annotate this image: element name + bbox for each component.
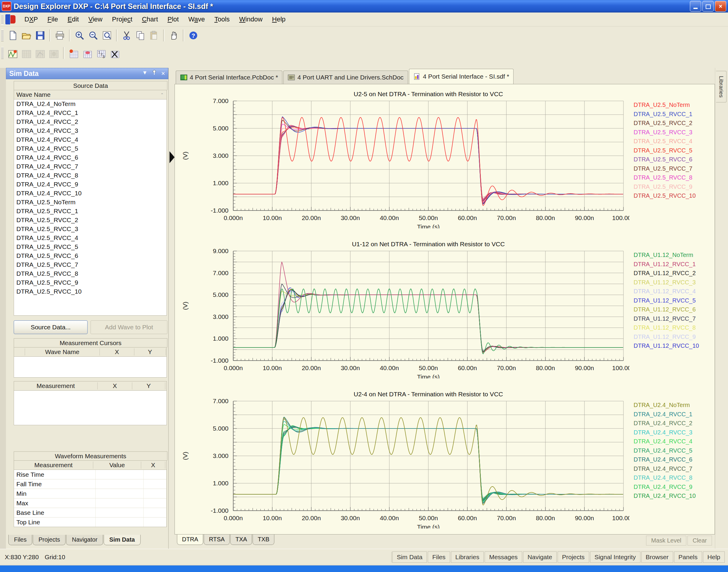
legend-item[interactable]: DTRA_U2.5_RVCC_8: [634, 173, 712, 182]
wave-list-item[interactable]: DTRA_U2.5_NoTerm: [14, 198, 167, 207]
column-header-x[interactable]: X: [141, 461, 165, 469]
wave-list-item[interactable]: DTRA_U2.4_RVCC_9: [14, 180, 167, 189]
copy-icon[interactable]: [133, 28, 147, 42]
menu-window[interactable]: Window: [235, 14, 267, 25]
measurement-row[interactable]: Top Line: [14, 517, 167, 527]
legend-item[interactable]: DTRA_U2.4_RVCC_2: [634, 419, 712, 428]
legend-item[interactable]: DTRA_U1.12_RVCC_6: [634, 305, 712, 314]
status-button-signal-integrity[interactable]: Signal Integrity: [590, 552, 641, 563]
legend-item[interactable]: DTRA_U2.5_RVCC_3: [634, 128, 712, 137]
legend-item[interactable]: DTRA_U2.5_RVCC_10: [634, 191, 712, 200]
legend-item[interactable]: DTRA_U1.12_RVCC_1: [634, 260, 712, 269]
legend-item[interactable]: DTRA_U2.4_NoTerm: [634, 401, 712, 410]
wave-list-item[interactable]: DTRA_U2.4_RVCC_4: [14, 135, 167, 144]
new-chart-icon[interactable]: [67, 47, 80, 61]
wave-list-item[interactable]: DTRA_U2.5_RVCC_6: [14, 251, 167, 260]
menu-dxp[interactable]: DXP: [20, 14, 43, 25]
chart-disabled-3-icon[interactable]: [47, 47, 61, 61]
wave-list-item[interactable]: DTRA_U2.5_RVCC_8: [14, 269, 167, 278]
wave-list-item[interactable]: DTRA_U2.4_RVCC_6: [14, 153, 167, 162]
menu-project[interactable]: Project: [107, 14, 137, 25]
measurement-row[interactable]: Max: [14, 498, 167, 508]
panel-tab-navigator[interactable]: Navigator: [66, 535, 103, 545]
column-header-x[interactable]: X: [100, 348, 134, 356]
wave-list-item[interactable]: DTRA_U2.4_RVCC_2: [14, 117, 167, 126]
legend-item[interactable]: DTRA_U2.5_RVCC_6: [634, 155, 712, 164]
panel-tab-projects[interactable]: Projects: [33, 535, 66, 545]
legend-item[interactable]: DTRA_U2.4_RVCC_6: [634, 455, 712, 464]
measurement-row[interactable]: Rise Time: [14, 470, 167, 479]
document-tab[interactable]: 4 Port Serial Interface.PcbDoc *: [176, 71, 282, 84]
panel-header[interactable]: Sim Data ▼ ×: [6, 68, 168, 79]
wave-list-item[interactable]: DTRA_U2.5_RVCC_7: [14, 260, 167, 269]
column-header-value[interactable]: Value: [93, 461, 141, 469]
status-button-panels[interactable]: Panels: [674, 552, 702, 563]
mask-level-button[interactable]: Mask Level: [646, 536, 686, 546]
wave-list-item[interactable]: DTRA_U2.4_RVCC_3: [14, 126, 167, 135]
waveform-document-canvas[interactable]: 7.0005.0003.0001.000-1.0000.000n10.00n20…: [175, 84, 715, 534]
clear-button[interactable]: Clear: [687, 536, 712, 546]
restore-button[interactable]: [703, 1, 714, 12]
legend-item[interactable]: DTRA_U1.12_RVCC_7: [634, 314, 712, 324]
wave-list-item[interactable]: DTRA_U2.4_RVCC_10: [14, 189, 167, 198]
column-header-x[interactable]: X: [98, 382, 132, 389]
wave-list-item[interactable]: DTRA_U2.5_RVCC_2: [14, 216, 167, 224]
toolbar-grip[interactable]: [1, 47, 4, 59]
column-header-measurement[interactable]: Measurement: [14, 461, 93, 469]
document-tab[interactable]: 4 Port UART and Line Drivers.SchDoc: [283, 71, 408, 84]
chart-plot[interactable]: 7.0005.0003.0001.000-1.0000.000n10.00n20…: [177, 88, 630, 228]
toolbar-grip[interactable]: [1, 14, 4, 24]
source-data-button[interactable]: Source Data...: [14, 320, 87, 334]
column-header-y[interactable]: Y: [132, 382, 165, 389]
menu-view[interactable]: View: [84, 14, 107, 25]
wave-name-column-header[interactable]: Wave Name ⌃: [14, 90, 167, 99]
wave-list-item[interactable]: DTRA_U2.4_RVCC_5: [14, 144, 167, 153]
column-header-measurement[interactable]: Measurement: [14, 382, 98, 389]
wave-list-item[interactable]: DTRA_U2.5_RVCC_1: [14, 207, 167, 216]
wave-list-item[interactable]: DTRA_U2.5_RVCC_5: [14, 242, 167, 251]
legend-item[interactable]: DTRA_U1.12_RVCC_10: [634, 341, 712, 350]
legend-item[interactable]: DTRA_U2.4_RVCC_9: [634, 482, 712, 492]
add-wave-to-plot-button[interactable]: Add Wave to Plot: [90, 320, 168, 334]
column-header-wave-name[interactable]: Wave Name: [25, 348, 100, 356]
status-button-libraries[interactable]: Libraries: [451, 552, 484, 563]
legend-item[interactable]: DTRA_U2.4_RVCC_5: [634, 446, 712, 455]
legend-item[interactable]: DTRA_U1.12_RVCC_8: [634, 323, 712, 332]
cut-icon[interactable]: [120, 28, 133, 42]
pan-icon[interactable]: [167, 28, 181, 42]
add-plot-icon[interactable]: [80, 47, 94, 61]
legend-item[interactable]: DTRA_U2.4_RVCC_4: [634, 437, 712, 446]
wave-list-item[interactable]: DTRA_U2.4_RVCC_1: [14, 109, 167, 117]
menu-tools[interactable]: Tools: [210, 14, 235, 25]
legend-item[interactable]: DTRA_U2.4_RVCC_3: [634, 428, 712, 437]
measurement-row[interactable]: Min: [14, 489, 167, 498]
splitter-collapse-icon[interactable]: [170, 151, 175, 163]
status-button-messages[interactable]: Messages: [485, 552, 522, 563]
legend-item[interactable]: DTRA_U1.12_RVCC_3: [634, 278, 712, 287]
menu-plot[interactable]: Plot: [162, 14, 184, 25]
status-button-browser[interactable]: Browser: [641, 552, 673, 563]
wave-list-item[interactable]: DTRA_U2.4_RVCC_8: [14, 171, 167, 180]
menu-help[interactable]: Help: [267, 14, 290, 25]
wave-list-item[interactable]: DTRA_U2.4_RVCC_7: [14, 162, 167, 171]
menu-chart[interactable]: Chart: [137, 14, 162, 25]
save-icon[interactable]: [34, 28, 47, 42]
legend-item[interactable]: DTRA_U1.12_RVCC_2: [634, 269, 712, 278]
measurement-row[interactable]: Base Line: [14, 508, 167, 517]
legend-item[interactable]: DTRA_U1.12_RVCC_9: [634, 332, 712, 342]
status-button-files[interactable]: Files: [428, 552, 450, 563]
menu-file[interactable]: File: [43, 14, 63, 25]
legend-item[interactable]: DTRA_U2.5_RVCC_2: [634, 119, 712, 128]
libraries-tab[interactable]: Libraries: [716, 71, 727, 102]
panel-tab-sim-data[interactable]: Sim Data: [104, 535, 141, 545]
status-button-projects[interactable]: Projects: [557, 552, 589, 563]
sheet-tab-rtsa[interactable]: RTSA: [204, 534, 230, 545]
legend-item[interactable]: DTRA_U2.4_RVCC_1: [634, 410, 712, 419]
zoom-out-icon[interactable]: [86, 28, 100, 42]
legend-item[interactable]: DTRA_U2.4_RVCC_7: [634, 464, 712, 474]
legend-item[interactable]: DTRA_U1.12_NoTerm: [634, 251, 712, 260]
legend-item[interactable]: DTRA_U2.4_RVCC_8: [634, 473, 712, 482]
status-button-navigate[interactable]: Navigate: [523, 552, 557, 563]
print-icon[interactable]: [53, 28, 67, 42]
close-button[interactable]: ×: [715, 1, 726, 12]
